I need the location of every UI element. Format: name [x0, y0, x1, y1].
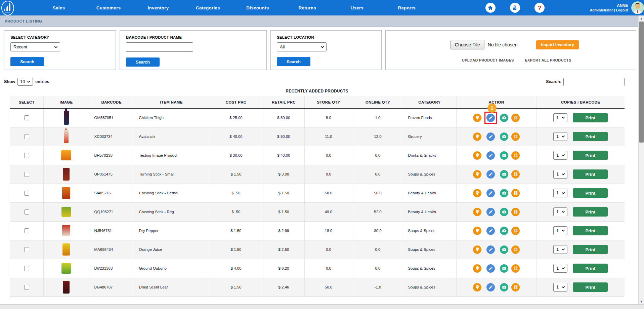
row-select-checkbox[interactable]	[24, 115, 29, 120]
nav-item-reports[interactable]: Reports	[382, 5, 432, 10]
camera-icon[interactable]	[500, 264, 508, 273]
row-select-checkbox[interactable]	[24, 191, 29, 196]
edit-pencil-icon[interactable]	[486, 227, 495, 235]
copies-select[interactable]: 1	[553, 132, 567, 141]
edit-pencil-icon[interactable]	[486, 264, 495, 273]
edit-pencil-icon[interactable]	[486, 245, 495, 254]
app-logo-icon[interactable]	[1, 0, 14, 15]
print-button[interactable]: Print	[573, 113, 608, 122]
camera-icon[interactable]	[500, 114, 508, 122]
upload-product-images-link[interactable]: UPLOAD PRODUCT IMAGES	[462, 58, 514, 62]
camera-icon[interactable]	[500, 151, 508, 160]
row-select-checkbox[interactable]	[24, 247, 29, 252]
camera-icon[interactable]	[500, 170, 508, 179]
row-select-checkbox[interactable]	[24, 285, 29, 290]
barcode-grid-icon[interactable]	[511, 132, 520, 141]
nav-item-users[interactable]: Users	[332, 5, 382, 10]
nav-item-sales[interactable]: Sales	[34, 5, 84, 10]
location-pin-icon[interactable]	[473, 283, 481, 292]
print-button[interactable]: Print	[573, 207, 608, 217]
row-select-checkbox[interactable]	[24, 209, 29, 215]
nav-item-inventory[interactable]: Inventory	[133, 5, 183, 10]
export-all-products-link[interactable]: EXPORT ALL PRODUCTS	[525, 58, 571, 62]
edit-pencil-icon[interactable]	[486, 189, 495, 197]
copies-select[interactable]: 1	[553, 207, 567, 216]
scrollbar-thumb[interactable]	[639, 22, 644, 143]
location-pin-icon[interactable]	[473, 208, 481, 216]
lock-button[interactable]	[510, 3, 520, 13]
vertical-scrollbar[interactable]: ▲ ▼	[638, 15, 644, 304]
camera-icon[interactable]	[500, 283, 508, 292]
barcode-grid-icon[interactable]	[511, 227, 520, 235]
barcode-grid-icon[interactable]	[511, 283, 520, 292]
print-button[interactable]: Print	[573, 282, 608, 292]
nav-item-returns[interactable]: Returns	[283, 5, 332, 10]
edit-pencil-icon[interactable]	[486, 170, 495, 179]
camera-icon[interactable]	[500, 132, 508, 141]
location-pin-icon[interactable]	[473, 264, 481, 273]
nav-item-categories[interactable]: Categories	[183, 5, 233, 10]
copies-select[interactable]: 1	[553, 226, 567, 235]
barcode-grid-icon[interactable]	[511, 245, 520, 254]
copies-select[interactable]: 1	[553, 189, 567, 197]
print-button[interactable]: Print	[573, 245, 608, 254]
edit-pencil-icon[interactable]	[486, 208, 495, 216]
category-search-button[interactable]: Search	[10, 57, 44, 66]
print-button[interactable]: Print	[573, 188, 608, 198]
table-search-input[interactable]	[563, 78, 625, 86]
logout-link[interactable]: Logout	[616, 8, 628, 12]
nav-item-customers[interactable]: Customers	[84, 5, 133, 10]
barcode-grid-icon[interactable]	[511, 264, 520, 273]
user-avatar[interactable]	[631, 1, 644, 14]
edit-pencil-icon[interactable]	[486, 283, 495, 292]
camera-icon[interactable]	[500, 245, 508, 254]
location-pin-icon[interactable]	[473, 189, 481, 197]
location-pin-icon[interactable]	[473, 114, 481, 122]
copies-select[interactable]: 1	[553, 264, 567, 273]
import-inventory-button[interactable]: Import Inventory	[536, 40, 579, 49]
copies-select[interactable]: 1	[553, 170, 567, 179]
help-button[interactable]: ?	[534, 3, 545, 13]
copies-select[interactable]: 1	[553, 113, 567, 122]
location-pin-icon[interactable]	[473, 227, 481, 235]
copies-select[interactable]: 1	[553, 245, 567, 254]
barcode-grid-icon[interactable]	[511, 151, 520, 160]
barcode-grid-icon[interactable]	[511, 189, 520, 197]
row-select-checkbox[interactable]	[24, 228, 29, 233]
scroll-up-arrow-icon[interactable]: ▲	[639, 15, 644, 21]
edit-pencil-icon[interactable]	[486, 151, 495, 160]
barcode-search-button[interactable]: Search	[126, 57, 160, 67]
scroll-down-arrow-icon[interactable]: ▼	[639, 299, 644, 304]
print-button[interactable]: Print	[573, 132, 608, 141]
barcode-grid-icon[interactable]	[511, 208, 520, 216]
camera-icon[interactable]	[500, 189, 508, 197]
copies-select[interactable]: 1	[553, 151, 567, 160]
row-select-checkbox[interactable]	[24, 134, 29, 139]
row-select-checkbox[interactable]	[24, 153, 29, 158]
location-pin-icon[interactable]	[473, 170, 481, 179]
location-select[interactable]: All	[277, 42, 327, 51]
barcode-grid-icon[interactable]	[511, 170, 520, 179]
category-select[interactable]: Recent	[10, 42, 60, 51]
barcode-input[interactable]	[126, 42, 193, 52]
print-button[interactable]: Print	[573, 264, 608, 273]
row-select-checkbox[interactable]	[24, 172, 29, 177]
edit-pencil-icon[interactable]	[486, 114, 495, 122]
location-search-button[interactable]: Search	[277, 57, 310, 66]
copies-select[interactable]: 1	[553, 283, 567, 292]
home-button[interactable]	[485, 3, 496, 13]
print-button[interactable]: Print	[573, 151, 608, 160]
location-pin-icon[interactable]	[473, 151, 481, 160]
camera-icon[interactable]	[500, 227, 508, 235]
edit-pencil-icon[interactable]	[486, 132, 495, 141]
barcode-grid-icon[interactable]	[511, 114, 520, 122]
print-button[interactable]: Print	[573, 226, 608, 235]
location-pin-icon[interactable]	[473, 132, 481, 141]
print-button[interactable]: Print	[573, 169, 608, 179]
location-pin-icon[interactable]	[473, 245, 481, 254]
choose-file-button[interactable]: Choose File	[450, 40, 484, 49]
camera-icon[interactable]	[500, 208, 508, 216]
nav-item-discounts[interactable]: Discounts	[233, 5, 283, 10]
row-select-checkbox[interactable]	[24, 266, 29, 271]
page-size-select[interactable]: 10	[17, 78, 33, 86]
